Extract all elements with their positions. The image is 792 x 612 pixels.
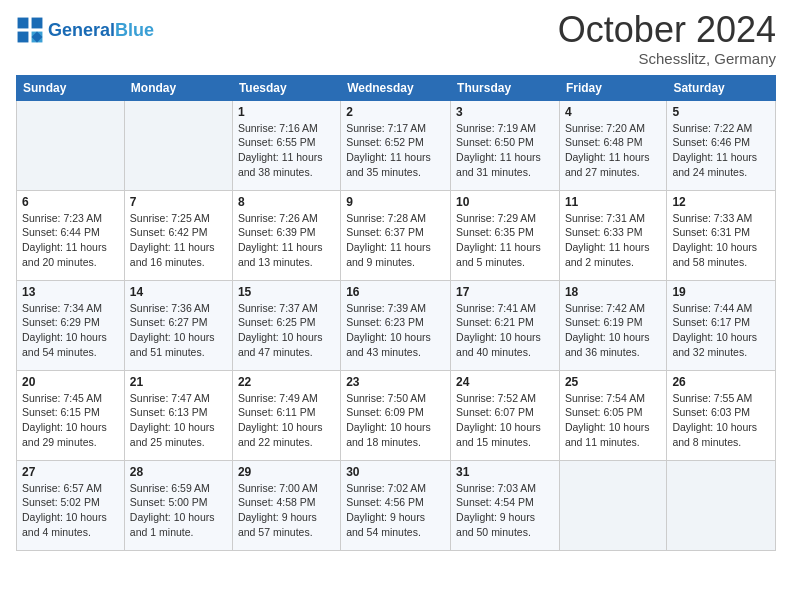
day-number: 9 — [346, 195, 445, 209]
svg-rect-1 — [18, 18, 29, 29]
day-info: Sunrise: 7:45 AM Sunset: 6:15 PM Dayligh… — [22, 391, 119, 450]
location: Schesslitz, Germany — [558, 50, 776, 67]
day-number: 12 — [672, 195, 770, 209]
day-cell: 5Sunrise: 7:22 AM Sunset: 6:46 PM Daylig… — [667, 100, 776, 190]
logo: GeneralBlue — [16, 16, 154, 44]
day-number: 1 — [238, 105, 335, 119]
day-info: Sunrise: 7:31 AM Sunset: 6:33 PM Dayligh… — [565, 211, 661, 270]
day-cell: 19Sunrise: 7:44 AM Sunset: 6:17 PM Dayli… — [667, 280, 776, 370]
day-info: Sunrise: 7:36 AM Sunset: 6:27 PM Dayligh… — [130, 301, 227, 360]
day-info: Sunrise: 7:47 AM Sunset: 6:13 PM Dayligh… — [130, 391, 227, 450]
svg-rect-3 — [32, 18, 43, 29]
week-row-4: 20Sunrise: 7:45 AM Sunset: 6:15 PM Dayli… — [17, 370, 776, 460]
day-info: Sunrise: 7:42 AM Sunset: 6:19 PM Dayligh… — [565, 301, 661, 360]
day-info: Sunrise: 7:49 AM Sunset: 6:11 PM Dayligh… — [238, 391, 335, 450]
day-info: Sunrise: 7:03 AM Sunset: 4:54 PM Dayligh… — [456, 481, 554, 540]
day-info: Sunrise: 7:28 AM Sunset: 6:37 PM Dayligh… — [346, 211, 445, 270]
day-info: Sunrise: 7:02 AM Sunset: 4:56 PM Dayligh… — [346, 481, 445, 540]
day-info: Sunrise: 6:59 AM Sunset: 5:00 PM Dayligh… — [130, 481, 227, 540]
day-number: 24 — [456, 375, 554, 389]
day-cell — [559, 460, 666, 550]
day-number: 4 — [565, 105, 661, 119]
day-info: Sunrise: 7:26 AM Sunset: 6:39 PM Dayligh… — [238, 211, 335, 270]
week-row-2: 6Sunrise: 7:23 AM Sunset: 6:44 PM Daylig… — [17, 190, 776, 280]
day-cell: 14Sunrise: 7:36 AM Sunset: 6:27 PM Dayli… — [124, 280, 232, 370]
day-number: 21 — [130, 375, 227, 389]
col-header-wednesday: Wednesday — [341, 75, 451, 100]
day-number: 10 — [456, 195, 554, 209]
day-number: 29 — [238, 465, 335, 479]
day-cell: 25Sunrise: 7:54 AM Sunset: 6:05 PM Dayli… — [559, 370, 666, 460]
day-cell: 16Sunrise: 7:39 AM Sunset: 6:23 PM Dayli… — [341, 280, 451, 370]
logo-text: GeneralBlue — [48, 21, 154, 39]
day-info: Sunrise: 7:44 AM Sunset: 6:17 PM Dayligh… — [672, 301, 770, 360]
day-info: Sunrise: 7:23 AM Sunset: 6:44 PM Dayligh… — [22, 211, 119, 270]
week-row-3: 13Sunrise: 7:34 AM Sunset: 6:29 PM Dayli… — [17, 280, 776, 370]
day-number: 18 — [565, 285, 661, 299]
calendar-table: SundayMondayTuesdayWednesdayThursdayFrid… — [16, 75, 776, 551]
day-number: 7 — [130, 195, 227, 209]
day-info: Sunrise: 7:17 AM Sunset: 6:52 PM Dayligh… — [346, 121, 445, 180]
col-header-sunday: Sunday — [17, 75, 125, 100]
day-cell: 4Sunrise: 7:20 AM Sunset: 6:48 PM Daylig… — [559, 100, 666, 190]
svg-rect-2 — [18, 32, 29, 43]
col-header-friday: Friday — [559, 75, 666, 100]
day-number: 31 — [456, 465, 554, 479]
day-cell: 12Sunrise: 7:33 AM Sunset: 6:31 PM Dayli… — [667, 190, 776, 280]
title-block: October 2024 Schesslitz, Germany — [558, 10, 776, 67]
col-header-tuesday: Tuesday — [232, 75, 340, 100]
day-number: 26 — [672, 375, 770, 389]
day-info: Sunrise: 7:22 AM Sunset: 6:46 PM Dayligh… — [672, 121, 770, 180]
week-row-1: 1Sunrise: 7:16 AM Sunset: 6:55 PM Daylig… — [17, 100, 776, 190]
day-info: Sunrise: 7:16 AM Sunset: 6:55 PM Dayligh… — [238, 121, 335, 180]
day-info: Sunrise: 7:41 AM Sunset: 6:21 PM Dayligh… — [456, 301, 554, 360]
day-number: 16 — [346, 285, 445, 299]
week-row-5: 27Sunrise: 6:57 AM Sunset: 5:02 PM Dayli… — [17, 460, 776, 550]
day-number: 27 — [22, 465, 119, 479]
logo-icon — [16, 16, 44, 44]
day-cell: 28Sunrise: 6:59 AM Sunset: 5:00 PM Dayli… — [124, 460, 232, 550]
col-header-thursday: Thursday — [451, 75, 560, 100]
month-title: October 2024 — [558, 10, 776, 50]
day-cell: 3Sunrise: 7:19 AM Sunset: 6:50 PM Daylig… — [451, 100, 560, 190]
day-cell: 18Sunrise: 7:42 AM Sunset: 6:19 PM Dayli… — [559, 280, 666, 370]
col-header-saturday: Saturday — [667, 75, 776, 100]
day-number: 19 — [672, 285, 770, 299]
day-number: 8 — [238, 195, 335, 209]
day-number: 30 — [346, 465, 445, 479]
day-cell: 23Sunrise: 7:50 AM Sunset: 6:09 PM Dayli… — [341, 370, 451, 460]
day-cell: 13Sunrise: 7:34 AM Sunset: 6:29 PM Dayli… — [17, 280, 125, 370]
day-cell: 9Sunrise: 7:28 AM Sunset: 6:37 PM Daylig… — [341, 190, 451, 280]
day-cell: 11Sunrise: 7:31 AM Sunset: 6:33 PM Dayli… — [559, 190, 666, 280]
day-info: Sunrise: 7:50 AM Sunset: 6:09 PM Dayligh… — [346, 391, 445, 450]
day-info: Sunrise: 7:00 AM Sunset: 4:58 PM Dayligh… — [238, 481, 335, 540]
day-number: 5 — [672, 105, 770, 119]
day-info: Sunrise: 6:57 AM Sunset: 5:02 PM Dayligh… — [22, 481, 119, 540]
day-cell: 20Sunrise: 7:45 AM Sunset: 6:15 PM Dayli… — [17, 370, 125, 460]
day-cell: 7Sunrise: 7:25 AM Sunset: 6:42 PM Daylig… — [124, 190, 232, 280]
day-info: Sunrise: 7:20 AM Sunset: 6:48 PM Dayligh… — [565, 121, 661, 180]
day-cell — [667, 460, 776, 550]
page-header: GeneralBlue October 2024 Schesslitz, Ger… — [16, 10, 776, 67]
day-cell: 10Sunrise: 7:29 AM Sunset: 6:35 PM Dayli… — [451, 190, 560, 280]
day-number: 2 — [346, 105, 445, 119]
day-number: 15 — [238, 285, 335, 299]
day-number: 23 — [346, 375, 445, 389]
day-number: 22 — [238, 375, 335, 389]
day-number: 17 — [456, 285, 554, 299]
day-number: 25 — [565, 375, 661, 389]
day-info: Sunrise: 7:55 AM Sunset: 6:03 PM Dayligh… — [672, 391, 770, 450]
day-info: Sunrise: 7:19 AM Sunset: 6:50 PM Dayligh… — [456, 121, 554, 180]
day-info: Sunrise: 7:54 AM Sunset: 6:05 PM Dayligh… — [565, 391, 661, 450]
day-cell: 29Sunrise: 7:00 AM Sunset: 4:58 PM Dayli… — [232, 460, 340, 550]
day-cell: 8Sunrise: 7:26 AM Sunset: 6:39 PM Daylig… — [232, 190, 340, 280]
day-number: 28 — [130, 465, 227, 479]
day-cell — [17, 100, 125, 190]
day-cell: 2Sunrise: 7:17 AM Sunset: 6:52 PM Daylig… — [341, 100, 451, 190]
day-cell: 15Sunrise: 7:37 AM Sunset: 6:25 PM Dayli… — [232, 280, 340, 370]
day-cell: 1Sunrise: 7:16 AM Sunset: 6:55 PM Daylig… — [232, 100, 340, 190]
day-number: 6 — [22, 195, 119, 209]
day-info: Sunrise: 7:29 AM Sunset: 6:35 PM Dayligh… — [456, 211, 554, 270]
day-cell: 24Sunrise: 7:52 AM Sunset: 6:07 PM Dayli… — [451, 370, 560, 460]
day-info: Sunrise: 7:39 AM Sunset: 6:23 PM Dayligh… — [346, 301, 445, 360]
